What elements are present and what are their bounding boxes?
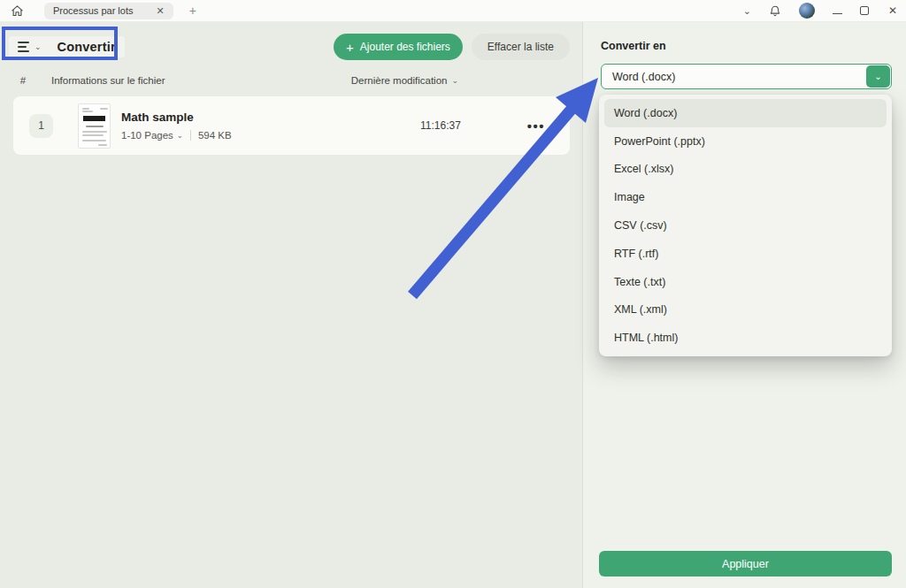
convert-settings-panel: Convertir en Word (.docx) ⌄ Reconnaissan… — [582, 22, 906, 588]
format-option[interactable]: Image — [604, 183, 887, 211]
avatar[interactable] — [799, 3, 815, 19]
tab-label: Processus par lots — [53, 5, 133, 16]
close-button[interactable]: ✕ — [887, 4, 899, 17]
format-option[interactable]: Texte (.txt) — [604, 268, 887, 296]
minimize-button[interactable] — [833, 13, 842, 14]
chevron-down-icon[interactable]: ⌄ — [743, 5, 751, 17]
format-option[interactable]: Word (.docx) — [604, 99, 887, 127]
page-title: Convertir — [58, 40, 116, 54]
format-dropdown: Word (.docx)PowerPoint (.pptx)Excel (.xl… — [599, 95, 892, 356]
maximize-button[interactable] — [860, 6, 869, 15]
format-option[interactable]: CSV (.csv) — [604, 211, 887, 240]
format-option[interactable]: HTML (.html) — [604, 324, 887, 352]
chevron-down-icon: ⌄ — [35, 42, 42, 51]
divider — [190, 130, 191, 141]
page-range-dropdown[interactable]: 1-10 Pages ⌄ — [121, 130, 183, 141]
new-tab-button[interactable]: + — [189, 4, 196, 18]
chevron-down-icon: ⌄ — [177, 131, 183, 140]
mode-menu[interactable]: ⌄ Convertir — [9, 36, 125, 57]
format-option[interactable]: XML (.xml) — [604, 295, 887, 324]
file-modified-time: 11:16:37 — [420, 119, 461, 132]
column-number: # — [9, 75, 37, 86]
format-option[interactable]: RTF (.rtf) — [604, 240, 887, 268]
convert-to-label: Convertir en — [601, 40, 892, 52]
row-number-badge: 1 — [29, 114, 53, 138]
format-select-value: Word (.docx) — [612, 71, 675, 83]
more-options-icon[interactable]: ••• — [527, 118, 545, 134]
plus-icon: + — [346, 41, 354, 54]
sort-chevron-icon: ⌄ — [451, 76, 458, 85]
home-icon[interactable] — [7, 3, 27, 19]
tab-processus-par-lots[interactable]: Processus par lots ✕ — [44, 3, 173, 19]
apply-button[interactable]: Appliquer — [599, 551, 892, 577]
file-thumbnail — [78, 103, 111, 149]
table-row[interactable]: 1 Math sample 1-10 Pages ⌄ — [13, 96, 570, 155]
file-list-area: ⌄ Convertir + Ajouter des fichiers Effac… — [0, 22, 582, 588]
column-file-info: Informations sur le fichier — [51, 75, 165, 86]
clear-list-button[interactable]: Effacer la liste — [472, 34, 570, 60]
column-last-modified[interactable]: Dernière modification ⌄ — [351, 75, 458, 86]
hamburger-menu-icon — [18, 42, 29, 52]
file-name: Math sample — [121, 111, 232, 124]
tab-close-icon[interactable]: ✕ — [156, 5, 164, 17]
format-option[interactable]: PowerPoint (.pptx) — [604, 127, 887, 156]
format-select-expand-button[interactable]: ⌄ — [866, 65, 890, 88]
title-bar: Processus par lots ✕ + ⌄ ✕ — [0, 0, 906, 22]
file-size: 594 KB — [198, 130, 232, 141]
format-option[interactable]: Excel (.xlsx) — [604, 156, 887, 184]
bell-icon[interactable] — [769, 4, 781, 18]
list-header: # Informations sur le fichier Dernière m… — [0, 63, 582, 91]
add-files-button[interactable]: + Ajouter des fichiers — [334, 34, 463, 60]
chevron-down-icon: ⌄ — [874, 72, 881, 81]
format-select[interactable]: Word (.docx) ⌄ — [601, 64, 892, 89]
